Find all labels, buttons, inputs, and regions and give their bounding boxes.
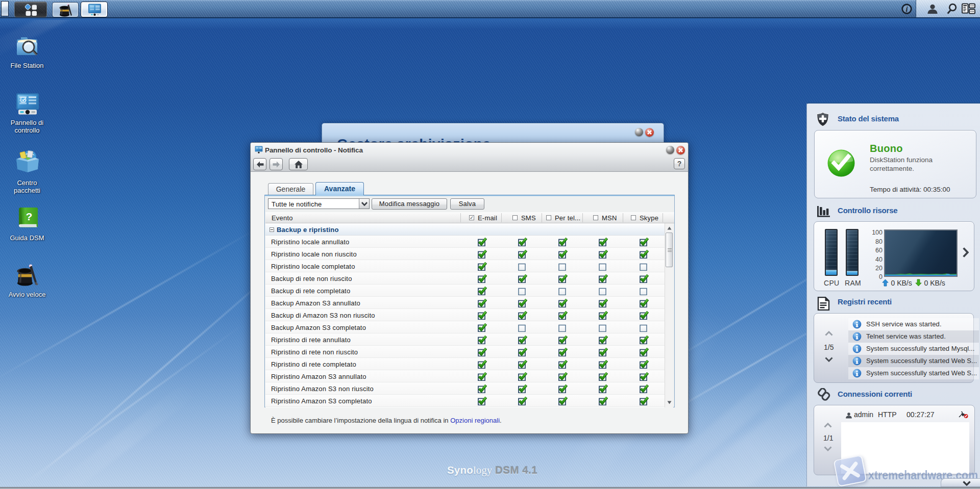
svg-text:?: ? [26,211,33,222]
svg-text:i: i [906,5,908,13]
